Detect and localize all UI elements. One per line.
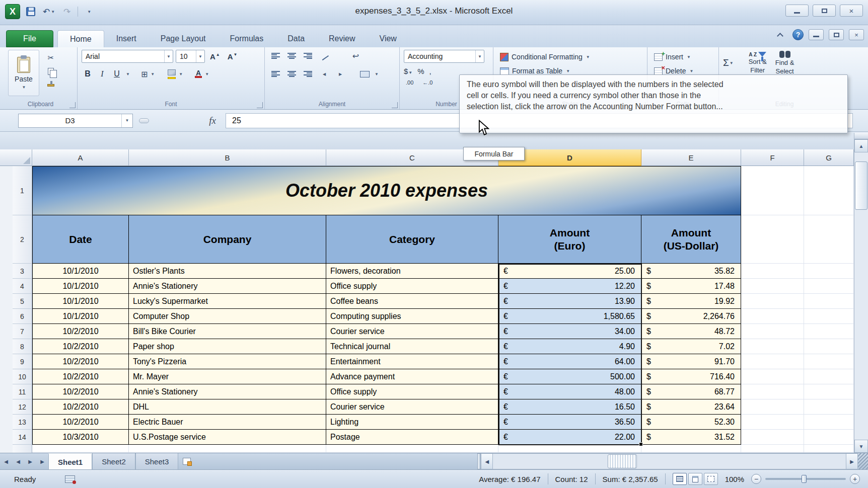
doc-restore-button[interactable] xyxy=(829,29,844,40)
cell-date[interactable]: 10/1/2010 xyxy=(32,264,129,279)
cell-empty[interactable] xyxy=(129,445,326,453)
cell-empty-g[interactable] xyxy=(804,354,854,369)
last-sheet-button[interactable]: ▶ xyxy=(36,453,48,469)
row-number[interactable]: 13 xyxy=(13,415,32,430)
cell-company[interactable]: Mr. Mayer xyxy=(129,369,326,384)
sheet-tab-sheet3[interactable]: Sheet3 xyxy=(135,453,179,469)
underline-button[interactable]: U xyxy=(111,68,123,80)
page-layout-view-button[interactable] xyxy=(688,473,702,485)
cell-amount-usd[interactable]: $ 52.30 xyxy=(641,415,741,430)
cell-date[interactable]: 10/1/2010 xyxy=(32,279,129,294)
tab-file[interactable]: File xyxy=(6,30,53,47)
percent-style-button[interactable]: % xyxy=(417,67,424,75)
cell-amount-usd[interactable]: $ 7.02 xyxy=(641,339,741,354)
italic-button[interactable]: I xyxy=(96,68,108,80)
cell-empty-g[interactable] xyxy=(804,294,854,309)
row-number[interactable]: 14 xyxy=(13,430,32,445)
cell-empty-f[interactable] xyxy=(741,339,804,354)
cell-category[interactable]: Office supply xyxy=(326,279,498,294)
cell-amount-euro[interactable]: € 500.00 xyxy=(498,369,641,384)
cell-empty-f[interactable] xyxy=(741,384,804,399)
cell-company[interactable]: Tony's Pizzeria xyxy=(129,354,326,369)
tab-review[interactable]: Review xyxy=(317,30,367,47)
cell-amount-euro[interactable]: € 48.00 xyxy=(498,384,641,399)
row-number[interactable]: 10 xyxy=(13,369,32,384)
scroll-right-button[interactable]: ▶ xyxy=(846,453,858,469)
cell-empty-f[interactable] xyxy=(741,430,804,445)
align-middle-button[interactable] xyxy=(285,50,299,62)
cell-category[interactable]: Postage xyxy=(326,430,498,445)
header-date[interactable]: Date xyxy=(32,215,129,264)
row-number[interactable]: 7 xyxy=(13,324,32,339)
conditional-formatting-button[interactable]: Conditional Formatting ▼ xyxy=(497,50,643,64)
cell-empty-f[interactable] xyxy=(741,264,804,279)
horizontal-scroll-track[interactable] xyxy=(493,453,846,469)
format-painter-button[interactable] xyxy=(43,79,58,91)
vertical-scroll-thumb[interactable] xyxy=(855,161,867,210)
row-number[interactable]: 8 xyxy=(13,339,32,354)
cell-empty-f[interactable] xyxy=(741,294,804,309)
insert-cells-button[interactable]: Insert ▼ xyxy=(652,50,714,64)
merge-center-button[interactable] xyxy=(358,68,372,80)
zoom-in-button[interactable]: + xyxy=(850,474,860,484)
column-header-g[interactable]: G xyxy=(804,149,854,166)
tab-formulas[interactable]: Formulas xyxy=(218,30,276,47)
cell-category[interactable]: Coffee beans xyxy=(326,294,498,309)
cell-company[interactable]: Annie's Stationery xyxy=(129,384,326,399)
autosum-button[interactable]: Σ ▼ xyxy=(723,57,734,68)
cell-empty[interactable] xyxy=(498,445,641,453)
cell-date[interactable]: 10/2/2010 xyxy=(32,399,129,415)
align-center-button[interactable] xyxy=(285,68,299,80)
column-header-b[interactable]: B xyxy=(129,149,326,166)
doc-close-button[interactable]: × xyxy=(849,29,864,40)
tab-home[interactable]: Home xyxy=(57,30,104,47)
resize-grip[interactable] xyxy=(858,453,868,469)
cell-company[interactable]: Electric Bauer xyxy=(129,415,326,430)
comma-style-button[interactable]: , xyxy=(429,67,431,75)
row-number[interactable]: 6 xyxy=(13,309,32,324)
row-number[interactable]: 11 xyxy=(13,384,32,399)
tab-page-layout[interactable]: Page Layout xyxy=(149,30,218,47)
cell-company[interactable]: Annie's Stationery xyxy=(129,279,326,294)
borders-dropdown-icon[interactable]: ▼ xyxy=(151,72,155,76)
paste-button[interactable]: Paste ▼ xyxy=(8,50,39,96)
row-number[interactable]: 4 xyxy=(13,279,32,294)
cell-empty-g[interactable] xyxy=(804,384,854,399)
tab-insert[interactable]: Insert xyxy=(104,30,149,47)
row-number[interactable]: 1 xyxy=(13,166,32,215)
cell-date[interactable]: 10/3/2010 xyxy=(32,430,129,445)
cell-empty-f[interactable] xyxy=(741,399,804,415)
cell-company[interactable]: Paper shop xyxy=(129,339,326,354)
cell-category[interactable]: Advance payment xyxy=(326,369,498,384)
cell-empty-g[interactable] xyxy=(804,415,854,430)
row-number[interactable]: 5 xyxy=(13,294,32,309)
cell-empty-g[interactable] xyxy=(804,215,854,264)
font-color-dropdown-icon[interactable]: ▼ xyxy=(205,72,209,76)
cell-date[interactable]: 10/2/2010 xyxy=(32,354,129,369)
cell-amount-usd[interactable]: $ 17.48 xyxy=(641,279,741,294)
vertical-scroll-track[interactable] xyxy=(854,152,868,440)
scroll-up-button[interactable]: ▲ xyxy=(854,139,868,152)
cell-company[interactable]: Ostler's Plants xyxy=(129,264,326,279)
zoom-thumb[interactable] xyxy=(802,475,807,483)
cell-amount-euro[interactable]: € 25.00 xyxy=(498,264,641,279)
row-number[interactable]: 9 xyxy=(13,354,32,369)
find-select-button[interactable]: Find & Select xyxy=(772,50,798,76)
cell-empty[interactable] xyxy=(32,445,129,453)
sheet-tab-sheet1[interactable]: Sheet1 xyxy=(48,453,92,469)
select-all-corner[interactable] xyxy=(0,149,32,166)
cell-amount-euro[interactable]: € 1,580.65 xyxy=(498,309,641,324)
merge-dropdown-icon[interactable]: ▼ xyxy=(375,72,379,76)
cell-company[interactable]: Bill's Bike Courier xyxy=(129,324,326,339)
insert-worksheet-button[interactable] xyxy=(178,453,195,469)
cell-amount-euro[interactable]: € 36.50 xyxy=(498,415,641,430)
formula-bar-split-handle[interactable] xyxy=(139,118,149,123)
sheet-tab-sheet2[interactable]: Sheet2 xyxy=(92,453,135,469)
page-break-view-button[interactable] xyxy=(704,473,718,485)
cell-category[interactable]: Flowers, decoration xyxy=(326,264,498,279)
orientation-button[interactable] xyxy=(317,50,331,62)
scroll-down-button[interactable]: ▼ xyxy=(854,440,868,453)
collapse-ribbon-icon[interactable] xyxy=(772,29,787,40)
cell-date[interactable]: 10/2/2010 xyxy=(32,384,129,399)
cell-category[interactable]: Entertainment xyxy=(326,354,498,369)
